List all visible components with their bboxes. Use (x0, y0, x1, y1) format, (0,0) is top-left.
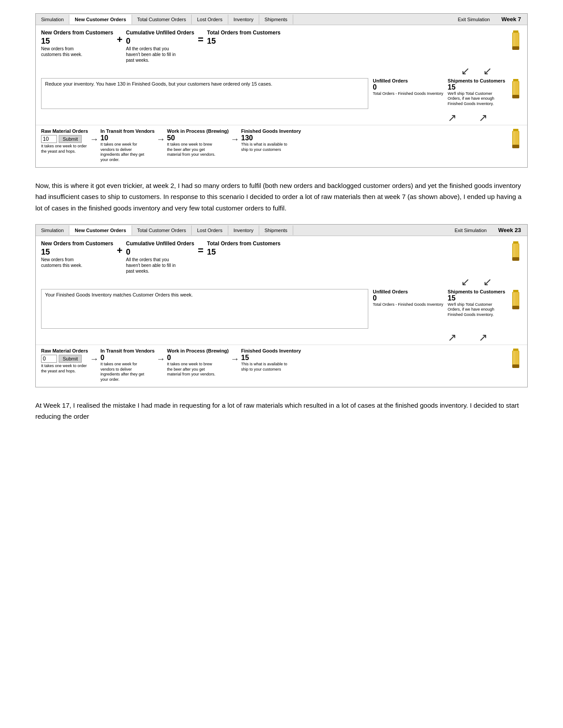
svg-rect-29 (512, 364, 519, 368)
sim2-upper: New Orders from Customers 15 New orders … (36, 236, 527, 276)
sim2-submit-btn[interactable]: Submit (59, 355, 82, 363)
sim1-shipments-value: 15 (448, 83, 456, 91)
sim1-fg-desc: This is what is available to ship to you… (241, 142, 292, 152)
sim1-unfilled-value: 0 (373, 83, 443, 91)
sim1-wip-title: Work in Process (Brewing) (167, 128, 229, 134)
sim1-transit-title: In Transit from Vendors (100, 128, 155, 134)
nav-lost-orders-1[interactable]: Lost Orders (192, 15, 228, 24)
sim2-wip-desc: It takes one week to brew the beer after… (167, 362, 218, 377)
sim2-raw-input[interactable] (41, 355, 57, 363)
sim2-raw-desc: It takes one week to order the yeast and… (41, 364, 87, 374)
nav-exit-1[interactable]: Exit Simulation (453, 15, 495, 24)
sim2-transit-value: 0 (100, 354, 155, 362)
sim1-raw-input[interactable] (41, 135, 57, 143)
beer-icon-2 (510, 78, 522, 102)
sim1-mid-row: Reduce your inventory. You have 130 in F… (36, 78, 527, 112)
svg-rect-25 (513, 349, 518, 350)
sim1-transit-desc: It takes one week for vendors to deliver… (100, 142, 147, 163)
nav-shipments-1[interactable]: Shipments (259, 15, 293, 24)
sim1-work-in-process: Work in Process (Brewing) 50 It takes on… (167, 128, 229, 158)
sim1-arrow-down-2: ↙ (483, 65, 492, 77)
sim1-shipments-block: Shipments to Customers 15 We'll ship Tot… (448, 78, 505, 107)
sim1-unfilled-title: Unfilled Orders (373, 78, 443, 83)
sim2-cumulative-value: 0 (126, 248, 194, 257)
nav-inventory-1[interactable]: Inventory (228, 15, 259, 24)
sim2-shipments-title: Shipments to Customers (448, 289, 505, 294)
sim2-operator-plus: + (117, 243, 122, 256)
sim1-cumulative-title: Cumulative Unfilled Orders (126, 30, 194, 37)
sim2-fg-value: 15 (241, 354, 301, 362)
sim1-notify-box: Reduce your inventory. You have 130 in F… (41, 78, 368, 109)
sim2-notify-text: Your Finished Goods Inventory matches Cu… (45, 292, 193, 297)
sim2-raw-input-row: Submit (41, 355, 88, 363)
paragraph-2: At Week 17, I realised the mistake I had… (35, 400, 528, 422)
sim2-new-orders-value: 15 (41, 248, 113, 257)
sim1-arrow-up-1: ↗ (448, 112, 457, 124)
sim1-wip-desc: It takes one week to brew the beer after… (167, 142, 218, 158)
sim2-total-orders-block: Total Orders from Customers 15 (207, 240, 280, 257)
sim1-fg-value: 130 (241, 134, 301, 142)
nav-new-customer-orders-1[interactable]: New Customer Orders (69, 15, 132, 24)
sim1-new-orders-title: New Orders from Customers (41, 30, 113, 37)
nav-simulation-1[interactable]: Simulation (36, 15, 69, 24)
sim2-raw-material: Raw Material Orders Submit It takes one … (41, 348, 88, 374)
svg-rect-4 (512, 46, 519, 50)
svg-rect-14 (512, 145, 519, 148)
sim1-shipments-title: Shipments to Customers (448, 78, 505, 83)
sim1-arrow-r2: → (156, 128, 165, 144)
sim1-new-orders-block: New Orders from Customers 15 New orders … (41, 30, 113, 57)
sim1-cumulative-value: 0 (126, 37, 194, 46)
sim1-raw-desc: It takes one week to order the yeast and… (41, 144, 87, 154)
sim1-nav: Simulation New Customer Orders Total Cus… (36, 14, 527, 25)
sim2-transit-desc: It takes one week for vendors to deliver… (100, 362, 147, 383)
sim1-unfilled-desc: Total Orders - Finished Goods Inventory (373, 91, 443, 97)
sim1-arrow-down-1: ↙ (461, 65, 470, 77)
sim1-wip-value: 50 (167, 134, 229, 142)
nav-total-customer-orders-2[interactable]: Total Customer Orders (132, 225, 192, 235)
sim2-arrow-up-1: ↗ (448, 331, 457, 344)
sim2-arrow-r2: → (156, 348, 165, 364)
sim1-transit-value: 10 (100, 134, 155, 142)
svg-rect-0 (513, 30, 518, 32)
sim1-total-orders-block: Total Orders from Customers 15 (207, 30, 280, 46)
sim1-fg-title: Finished Goods Inventory (241, 128, 301, 134)
sim1-raw-title: Raw Material Orders (41, 128, 88, 134)
nav-total-customer-orders-1[interactable]: Total Customer Orders (132, 15, 192, 24)
sim1-operator-equals: = (198, 32, 204, 45)
svg-rect-15 (513, 241, 518, 243)
beer-icon-6 (510, 348, 522, 372)
sim1-arrow-r3: → (230, 128, 239, 144)
sim2-fg-desc: This is what is available to ship to you… (241, 362, 292, 372)
sim2-week: Week 23 (492, 225, 527, 236)
sim1-finished-goods: Finished Goods Inventory 130 This is wha… (241, 128, 301, 153)
sim2-finished-goods: Finished Goods Inventory 15 This is what… (241, 348, 301, 372)
nav-simulation-2[interactable]: Simulation (36, 225, 69, 235)
sim2-arrow-down-2: ↙ (483, 276, 492, 288)
svg-rect-20 (513, 290, 518, 292)
beer-icon-1 (510, 30, 522, 53)
sim1-arrow-r1: → (90, 128, 98, 144)
nav-inventory-2[interactable]: Inventory (228, 225, 259, 235)
sim2-raw-title: Raw Material Orders (41, 348, 88, 354)
sim2-new-orders-desc: New orders from customers this week. (41, 257, 90, 268)
sim2-cumulative-block: Cumulative Unfilled Orders 0 All the ord… (126, 240, 194, 274)
sim1-cumulative-block: Cumulative Unfilled Orders 0 All the ord… (126, 30, 194, 63)
nav-shipments-2[interactable]: Shipments (259, 225, 293, 235)
svg-rect-9 (512, 95, 519, 98)
beer-icon-3 (510, 128, 522, 152)
sim2-total-orders-title: Total Orders from Customers (207, 240, 280, 248)
sim1-submit-btn[interactable]: Submit (59, 135, 82, 143)
svg-rect-10 (513, 129, 518, 131)
sim2-wip-value: 0 (167, 354, 229, 362)
nav-exit-2[interactable]: Exit Simulation (449, 225, 492, 235)
sim2-new-orders-block: New Orders from Customers 15 New orders … (41, 240, 113, 268)
sim2-new-orders-title: New Orders from Customers (41, 240, 113, 248)
sim1-total-orders-title: Total Orders from Customers (207, 30, 280, 37)
sim2-transit-title: In Transit from Vendors (100, 348, 155, 354)
beer-icon-5 (510, 289, 522, 313)
nav-lost-orders-2[interactable]: Lost Orders (192, 225, 228, 235)
sim1-unfilled-block: Unfilled Orders 0 Total Orders - Finishe… (373, 78, 443, 97)
nav-new-customer-orders-2[interactable]: New Customer Orders (69, 225, 132, 235)
sim2-unfilled-block: Unfilled Orders 0 Total Orders - Finishe… (373, 289, 443, 308)
sim2-arrow-down-1: ↙ (461, 276, 470, 288)
